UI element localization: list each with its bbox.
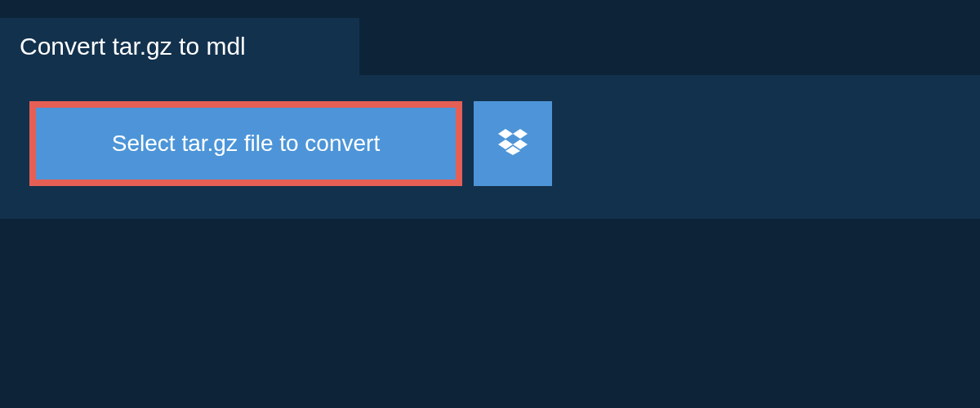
select-file-button[interactable]: Select tar.gz file to convert [29, 101, 462, 186]
dropbox-icon [498, 129, 528, 158]
conversion-panel: Select tar.gz file to convert [0, 75, 980, 219]
tab-title: Convert tar.gz to mdl [20, 33, 246, 60]
select-file-label: Select tar.gz file to convert [112, 131, 380, 157]
file-select-row: Select tar.gz file to convert [29, 101, 951, 186]
tab-convert[interactable]: Convert tar.gz to mdl [0, 18, 359, 75]
tab-bar: Convert tar.gz to mdl [0, 0, 980, 75]
dropbox-button[interactable] [474, 101, 552, 186]
